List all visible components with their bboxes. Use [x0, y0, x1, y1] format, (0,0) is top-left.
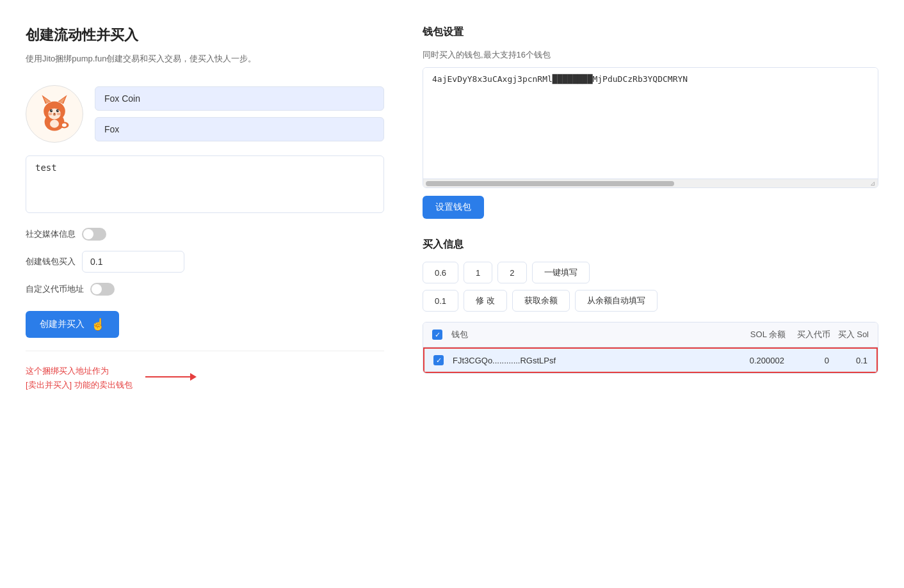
token-name-input[interactable]: [95, 86, 384, 111]
modify-btn[interactable]: 修 改: [464, 290, 507, 312]
quick-amounts-row1: 0.6 1 2 一键填写: [423, 262, 878, 283]
annotation-line2: [卖出并买入] 功能的卖出钱包: [26, 378, 133, 392]
resize-icon: ⊿: [870, 180, 876, 186]
amount-btn-2[interactable]: 2: [497, 262, 526, 283]
divider: [26, 351, 384, 351]
scrollbar-thumb: [426, 181, 674, 186]
th-check: ✓: [432, 330, 451, 340]
custom-token-toggle[interactable]: [90, 283, 115, 296]
buy-section-title: 买入信息: [423, 238, 878, 251]
create-wallet-label: 创建钱包买入: [26, 256, 76, 267]
get-balance-btn[interactable]: 获取余额: [512, 290, 570, 312]
quick-amounts-row2: 0.1 修 改 获取余额 从余额自动填写: [423, 290, 878, 312]
page-description: 使用Jito捆绑pump.fun创建交易和买入交易，使买入快人一步。: [26, 52, 282, 66]
auto-fill-btn[interactable]: 从余额自动填写: [575, 290, 658, 312]
wallet-address-input[interactable]: 4ajEvDyY8x3uCAxgj3pcnRMl████████MjPduDCz…: [423, 68, 878, 177]
create-wallet-row: 创建钱包买入: [26, 251, 384, 273]
wallet-sublabel: 同时买入的钱包,最大支持16个钱包: [423, 49, 878, 61]
svg-point-2: [62, 123, 67, 127]
row-checkbox[interactable]: ✓: [433, 355, 444, 365]
wallet-section-title: 钱包设置: [423, 26, 878, 39]
wallet-scrollbar[interactable]: ⊿: [423, 179, 878, 187]
row-buy-sol: 0.1: [829, 356, 868, 365]
amount-btn-0-6[interactable]: 0.6: [423, 262, 458, 283]
th-buy-token: 买入代币: [786, 329, 830, 340]
page-container: 创建流动性并买入 使用Jito捆绑pump.fun创建交易和买入交易，使买入快人…: [0, 0, 904, 588]
amount-btn-1[interactable]: 1: [464, 262, 492, 283]
th-wallet: 钱包: [451, 329, 728, 340]
token-symbol-input[interactable]: [95, 117, 384, 141]
social-media-row: 社交媒体信息: [26, 228, 384, 241]
table-row: ✓ FJt3CGQo............RGstLPsf 0.200002 …: [423, 347, 878, 373]
social-media-toggle[interactable]: [82, 228, 106, 241]
create-wallet-input[interactable]: [82, 251, 184, 273]
th-buy-sol: 买入 Sol: [830, 329, 869, 340]
wallet-section: 钱包设置 同时买入的钱包,最大支持16个钱包 4ajEvDyY8x3uCAxgj…: [423, 26, 878, 219]
cursor-icon: ☝: [91, 317, 105, 331]
fox-icon: [32, 91, 77, 136]
token-description-input[interactable]: test: [26, 155, 384, 213]
wallet-table: ✓ 钱包 SOL 余额 买入代币 买入 Sol ✓ FJt3CGQo......…: [423, 322, 878, 374]
svg-point-10: [56, 109, 59, 112]
social-media-label: 社交媒体信息: [26, 228, 76, 240]
svg-point-14: [48, 113, 52, 115]
svg-marker-18: [190, 373, 197, 381]
row-sol-balance: 0.200002: [727, 356, 784, 365]
token-info-row: [26, 85, 384, 143]
create-buy-button[interactable]: 创建并买入 ☝: [26, 311, 119, 338]
quick-fill-btn[interactable]: 一键填写: [532, 262, 590, 283]
annotation-area: 这个捆绑买入地址作为 [卖出并买入] 功能的卖出钱包: [26, 364, 384, 392]
custom-token-row: 自定义代币地址: [26, 283, 384, 296]
svg-point-9: [50, 109, 52, 112]
custom-token-label: 自定义代币地址: [26, 283, 84, 295]
right-panel: 钱包设置 同时买入的钱包,最大支持16个钱包 4ajEvDyY8x3uCAxgj…: [423, 19, 878, 569]
left-panel: 创建流动性并买入 使用Jito捆绑pump.fun创建交易和买入交易，使买入快人…: [26, 19, 384, 569]
table-header: ✓ 钱包 SOL 余额 买入代币 买入 Sol: [423, 322, 878, 347]
token-avatar: [26, 85, 83, 143]
amount-btn-0-1[interactable]: 0.1: [423, 290, 458, 312]
wallet-textarea-wrapper: 4ajEvDyY8x3uCAxgj3pcnRMl████████MjPduDCz…: [423, 67, 878, 188]
svg-point-16: [50, 120, 59, 128]
th-sol: SOL 余额: [728, 329, 786, 340]
row-wallet-address: FJt3CGQo............RGstLPsf: [453, 356, 727, 365]
buy-section: 买入信息 0.6 1 2 一键填写 0.1 修 改 获取余额 从余额自动填写 ✓: [423, 238, 878, 374]
annotation-line1: 这个捆绑买入地址作为: [26, 364, 133, 378]
svg-point-13: [53, 113, 56, 115]
page-title: 创建流动性并买入: [26, 26, 384, 45]
row-buy-token: 0: [784, 356, 829, 365]
create-buy-label: 创建并买入: [40, 319, 85, 330]
svg-point-11: [51, 109, 52, 110]
svg-point-12: [58, 109, 58, 110]
annotation-arrow: [145, 369, 197, 385]
annotation-text: 这个捆绑买入地址作为 [卖出并买入] 功能的卖出钱包: [26, 364, 133, 392]
header-checkbox[interactable]: ✓: [432, 330, 442, 340]
svg-point-15: [57, 113, 61, 115]
set-wallet-button[interactable]: 设置钱包: [423, 196, 484, 219]
token-fields: [95, 86, 384, 141]
row-checkbox-cell: ✓: [433, 355, 453, 365]
set-wallet-label: 设置钱包: [435, 202, 471, 212]
